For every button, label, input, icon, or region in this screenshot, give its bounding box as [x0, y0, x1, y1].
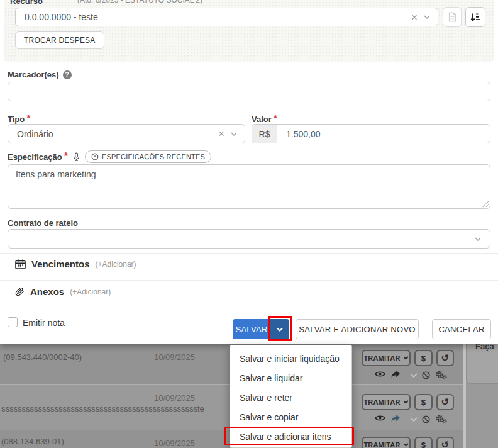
- menu-item-salvar-liquidar[interactable]: Salvar e liquidar: [230, 369, 351, 388]
- forward-icon[interactable]: [391, 414, 401, 422]
- salvar-button[interactable]: SALVAR: [233, 319, 270, 339]
- tramitar-label: TRAMITAR: [363, 398, 400, 406]
- valor-input[interactable]: 1.500,00: [277, 129, 490, 139]
- section-divider: [0, 253, 498, 254]
- marcadores-label: Marcador(es): [8, 70, 59, 79]
- menu-item-salvar-adicionar-itens[interactable]: Salvar e adicionar itens: [230, 427, 351, 447]
- document-button[interactable]: [443, 7, 462, 27]
- currency-prefix: R$: [252, 125, 277, 143]
- tramitar-label: TRAMITAR: [363, 441, 400, 448]
- salvar-dropdown-menu: Salvar e iniciar liquidação Salvar e liq…: [230, 345, 352, 448]
- row-document-number: (088.134.639-01): [1, 437, 64, 446]
- especificacao-required-asterisk: *: [64, 151, 68, 162]
- sort-button[interactable]: [465, 7, 485, 27]
- icon-divider: [406, 369, 406, 383]
- row-date: 10/09/2025: [154, 439, 195, 448]
- history-button[interactable]: ↺: [436, 394, 454, 410]
- icon-divider: [406, 413, 406, 427]
- side-panel-text: Faça: [475, 344, 494, 351]
- anexos-add-link[interactable]: (+Adicionar): [70, 288, 111, 296]
- chevron-down-icon: [403, 356, 409, 360]
- especificacao-label: Especificação: [8, 152, 62, 162]
- chevron-down-icon[interactable]: [410, 373, 418, 378]
- row-date: 10/09/2025: [154, 352, 195, 362]
- marcadores-input[interactable]: [8, 82, 490, 101]
- calendar-icon: [15, 259, 26, 269]
- tipo-label: Tipo: [8, 115, 25, 124]
- valor-required-asterisk: *: [274, 113, 277, 124]
- recurso-select[interactable]: 0.0.00.0000 - teste ×: [15, 8, 438, 26]
- especificacao-value: Itens para marketing: [8, 165, 490, 179]
- forward-icon[interactable]: [391, 370, 401, 378]
- chevron-down-icon: [403, 443, 409, 447]
- tramitar-button[interactable]: TRAMITAR: [362, 350, 411, 366]
- eye-icon[interactable]: [375, 371, 385, 378]
- caret-down-icon: [277, 327, 283, 332]
- anexos-section-header[interactable]: Anexos (+Adicionar): [15, 286, 111, 297]
- history-button[interactable]: ↺: [436, 437, 454, 448]
- gears-icon[interactable]: [435, 370, 447, 380]
- chevron-down-icon[interactable]: [473, 237, 490, 241]
- especificacao-textarea[interactable]: Itens para marketing: [8, 164, 490, 209]
- expense-form-screen: Recurso (Ato: 6/2025 - ESTATUTO SOCIAL 2…: [0, 0, 498, 448]
- emitir-nota-checkbox[interactable]: [8, 317, 18, 327]
- footer-divider: [0, 308, 498, 308]
- side-panel: Faça: [466, 344, 498, 384]
- chevron-down-icon[interactable]: [410, 417, 418, 422]
- tipo-select[interactable]: Ordinário ×: [8, 124, 245, 143]
- recurso-panel: Recurso (Ato: 6/2025 - ESTATUTO SOCIAL 2…: [4, 0, 494, 62]
- money-button[interactable]: $: [414, 437, 433, 448]
- menu-item-salvar-iniciar-liquidacao[interactable]: Salvar e iniciar liquidação: [230, 349, 351, 369]
- help-icon[interactable]: ?: [63, 70, 72, 79]
- gears-icon[interactable]: [435, 414, 447, 424]
- trocar-despesa-button[interactable]: TROCAR DESPESA: [15, 31, 104, 49]
- paperclip-icon: [15, 287, 25, 296]
- especificacoes-recentes-button[interactable]: ESPECIFICAÇÕES RECENTES: [85, 150, 211, 163]
- vencimentos-section-header[interactable]: Vencimentos (+Adicionar): [15, 259, 136, 269]
- menu-item-salvar-reter[interactable]: Salvar e reter: [230, 388, 351, 408]
- eye-icon[interactable]: [375, 415, 385, 422]
- valor-label: Valor: [252, 115, 272, 124]
- clear-icon[interactable]: ×: [407, 12, 422, 23]
- recurso-label: Recurso: [10, 0, 43, 6]
- salvar-dropdown-toggle[interactable]: [270, 319, 289, 339]
- contrato-rateio-select[interactable]: [8, 229, 490, 249]
- tipo-required-asterisk: *: [26, 113, 30, 124]
- tipo-select-value: Ordinário: [8, 129, 214, 139]
- especificacoes-recentes-label: ESPECIFICAÇÕES RECENTES: [102, 153, 205, 160]
- recurso-select-value: 0.0.00.0000 - teste: [16, 12, 407, 22]
- document-icon: [448, 12, 456, 22]
- chevron-down-icon[interactable]: [229, 132, 245, 136]
- row-note: ssssssssssssssssssssssssssssssssssssssss…: [1, 404, 204, 413]
- tramitar-button[interactable]: TRAMITAR: [362, 437, 411, 448]
- row-document-number: (09.543.440/0002-40): [3, 352, 82, 362]
- row-date: 10/09/2025: [154, 393, 195, 403]
- salvar-adicionar-novo-button[interactable]: SALVAR E ADICIONAR NOVO: [296, 319, 419, 339]
- sort-amount-icon: [470, 13, 480, 21]
- cancel-ban-icon[interactable]: [422, 371, 430, 379]
- clear-icon[interactable]: ×: [214, 128, 229, 139]
- resize-handle[interactable]: [482, 201, 489, 207]
- expense-form-modal: Recurso (Ato: 6/2025 - ESTATUTO SOCIAL 2…: [0, 0, 498, 344]
- microphone-icon[interactable]: [73, 152, 80, 162]
- valor-field: R$ 1.500,00: [252, 124, 490, 143]
- anexos-title: Anexos: [30, 286, 64, 297]
- vencimentos-title: Vencimentos: [31, 259, 90, 269]
- menu-item-salvar-copiar[interactable]: Salvar e copiar: [230, 408, 351, 427]
- section-divider: [0, 280, 498, 281]
- cancel-ban-icon[interactable]: [422, 415, 430, 423]
- clock-icon: [91, 153, 99, 160]
- tramitar-button[interactable]: TRAMITAR: [362, 394, 411, 410]
- vencimentos-add-link[interactable]: (+Adicionar): [96, 260, 136, 269]
- chevron-down-icon[interactable]: [422, 15, 438, 19]
- money-button[interactable]: $: [414, 350, 433, 366]
- recurso-hint: (Ato: 6/2025 - ESTATUTO SOCIAL 2): [77, 0, 202, 4]
- tramitar-label: TRAMITAR: [363, 354, 400, 362]
- history-button[interactable]: ↺: [436, 350, 454, 366]
- cancelar-button[interactable]: CANCELAR: [432, 319, 491, 339]
- money-button[interactable]: $: [414, 394, 433, 410]
- contrato-rateio-label: Contrato de rateio: [8, 218, 78, 228]
- emitir-nota-label: Emitir nota: [23, 318, 65, 328]
- chevron-down-icon: [403, 400, 409, 404]
